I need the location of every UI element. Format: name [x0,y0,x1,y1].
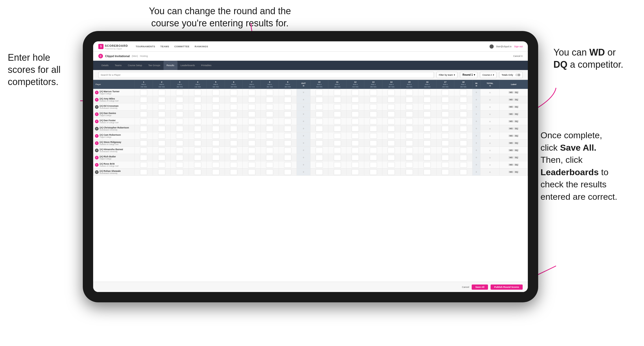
score-input[interactable] [352,140,359,146]
hole-2-score[interactable] [153,96,171,103]
cancel-button[interactable]: Cancel [462,286,469,288]
hole-2-score[interactable] [153,168,171,176]
hole-3-score[interactable] [171,89,189,96]
hole-12-score[interactable] [346,103,364,111]
hole-11-score[interactable] [328,118,346,125]
hole-7-score[interactable] [243,118,261,125]
hole-9-score[interactable] [279,161,297,168]
score-input[interactable] [460,162,467,168]
round-dropdown[interactable]: Round 1 ▾ [460,72,477,78]
score-input[interactable] [316,155,323,160]
hole-7-score[interactable] [243,132,261,140]
score-input[interactable] [230,90,237,95]
hole-7-score[interactable] [243,161,261,168]
score-input[interactable] [248,119,255,124]
score-input[interactable] [266,126,273,132]
score-input[interactable] [406,90,413,95]
hole-2-score[interactable] [153,140,171,147]
score-input[interactable] [212,119,219,124]
hole-3-score[interactable] [171,111,189,118]
hole-1-score[interactable] [135,125,153,132]
hole-12-score[interactable] [346,147,364,154]
score-input[interactable] [460,133,467,139]
hole-5-score[interactable] [207,132,225,140]
score-input[interactable] [370,126,377,132]
hole-18-score[interactable] [454,132,472,140]
tab-leaderboards[interactable]: Leaderboards [177,61,198,70]
hole-8-score[interactable] [261,89,279,96]
wd-button[interactable]: WD [508,120,514,122]
score-input[interactable] [352,155,359,160]
hole-11-score[interactable] [328,111,346,118]
hole-17-score[interactable] [436,103,454,111]
score-input[interactable] [460,119,467,124]
hole-8-score[interactable] [261,147,279,154]
hole-14-score[interactable] [382,96,401,103]
score-input[interactable] [334,148,341,153]
hole-12-score[interactable] [346,140,364,147]
hole-18-score[interactable] [454,147,472,154]
score-input[interactable] [406,162,413,168]
hole-13-score[interactable] [364,132,382,140]
score-input[interactable] [212,97,219,103]
hole-8-score[interactable] [261,118,279,125]
hole-5-score[interactable] [207,168,225,176]
hole-5-score[interactable] [207,125,225,132]
score-input[interactable] [140,111,147,117]
hole-7-score[interactable] [243,147,261,154]
score-input[interactable] [442,155,449,160]
score-input[interactable] [212,140,219,146]
hole-5-score[interactable] [207,103,225,111]
score-input[interactable] [266,148,273,153]
cancel-link[interactable]: Cancel X [513,55,523,57]
hole-6-score[interactable] [225,168,243,176]
score-input[interactable] [176,97,183,103]
hole-10-score[interactable] [310,168,328,176]
hole-4-score[interactable] [189,111,207,118]
hole-9-score[interactable] [279,154,297,161]
hole-4-score[interactable] [189,132,207,140]
hole-8-score[interactable] [261,111,279,118]
score-input[interactable] [370,97,377,103]
score-input[interactable] [212,104,219,110]
hole-11-score[interactable] [328,89,346,96]
score-input[interactable] [460,140,467,146]
score-input[interactable] [176,111,183,117]
hole-1-score[interactable] [135,140,153,147]
hole-15-score[interactable] [400,154,418,161]
hole-5-score[interactable] [207,111,225,118]
hole-18-score[interactable] [454,168,472,176]
score-input[interactable] [406,119,413,124]
filter-team-dropdown[interactable]: Filter by team ▾ [436,72,458,78]
hole-1-score[interactable] [135,89,153,96]
score-input[interactable] [176,162,183,168]
dq-button[interactable]: DQ [514,120,519,122]
score-input[interactable] [140,97,147,103]
hole-18-score[interactable] [454,154,472,161]
score-input[interactable] [334,133,341,139]
score-input[interactable] [442,169,449,175]
hole-17-score[interactable] [436,168,454,176]
score-input[interactable] [370,169,377,175]
search-input[interactable] [98,72,434,78]
hole-12-score[interactable] [346,132,364,140]
score-input[interactable] [284,111,291,117]
score-input[interactable] [316,111,323,117]
score-input[interactable] [194,148,201,153]
hole-3-score[interactable] [171,118,189,125]
hole-12-score[interactable] [346,125,364,132]
score-input[interactable] [212,126,219,132]
hole-17-score[interactable] [436,89,454,96]
score-input[interactable] [460,155,467,160]
hole-9-score[interactable] [279,118,297,125]
score-input[interactable] [334,162,341,168]
hole-1-score[interactable] [135,111,153,118]
hole-7-score[interactable] [243,103,261,111]
score-input[interactable] [230,140,237,146]
score-input[interactable] [248,126,255,132]
hole-16-score[interactable] [418,96,436,103]
hole-13-score[interactable] [364,103,382,111]
score-input[interactable] [212,111,219,117]
hole-10-score[interactable] [310,140,328,147]
hole-18-score[interactable] [454,125,472,132]
